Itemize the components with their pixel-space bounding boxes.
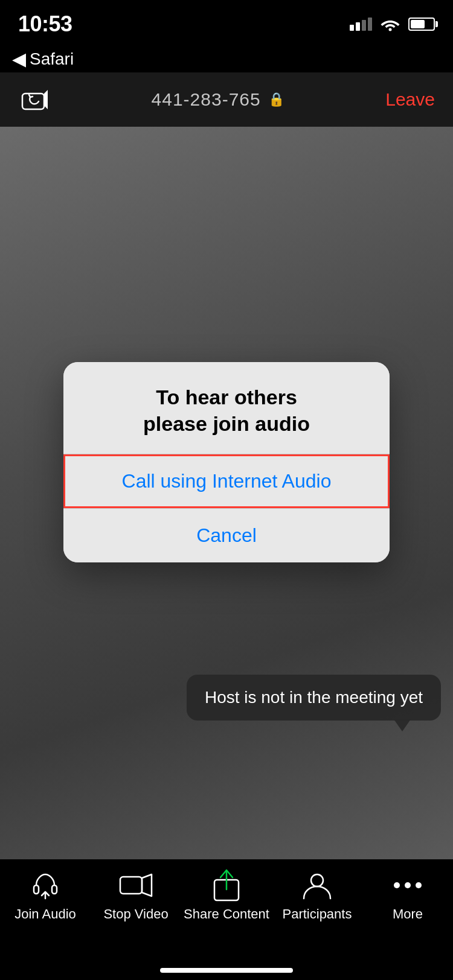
lock-icon: 🔒 bbox=[268, 92, 285, 107]
more-button[interactable]: More bbox=[362, 869, 453, 922]
stop-video-icon bbox=[118, 869, 154, 902]
svg-point-10 bbox=[311, 874, 323, 886]
status-icons bbox=[350, 17, 435, 31]
audio-alert-dialog: To hear others please join audio Call us… bbox=[63, 362, 390, 562]
share-content-button[interactable]: Share Content bbox=[181, 869, 272, 922]
stop-video-label: Stop Video bbox=[103, 906, 168, 922]
cancel-button[interactable]: Cancel bbox=[63, 509, 390, 562]
meeting-id: 441-283-765 🔒 bbox=[152, 89, 285, 110]
svg-point-12 bbox=[405, 882, 411, 888]
participants-label: Participants bbox=[283, 906, 352, 922]
svg-rect-3 bbox=[34, 885, 39, 894]
safari-back-button[interactable]: ◀ Safari bbox=[12, 49, 74, 69]
more-label: More bbox=[393, 906, 423, 922]
participants-button[interactable]: Participants bbox=[272, 869, 362, 922]
host-tooltip: Host is not in the meeting yet bbox=[187, 675, 441, 721]
bottom-toolbar: Join Audio Stop Video Share Content bbox=[0, 859, 453, 980]
wifi-icon bbox=[381, 17, 400, 31]
back-chevron-icon: ◀ bbox=[12, 50, 26, 68]
join-audio-label: Join Audio bbox=[14, 906, 76, 922]
share-content-icon bbox=[208, 869, 245, 902]
status-time: 10:53 bbox=[18, 11, 72, 37]
meeting-id-text: 441-283-765 bbox=[152, 89, 261, 110]
share-content-label: Share Content bbox=[184, 906, 269, 922]
status-bar: 10:53 bbox=[0, 0, 453, 48]
host-tooltip-text: Host is not in the meeting yet bbox=[205, 688, 423, 707]
svg-rect-1 bbox=[22, 94, 44, 109]
signal-icon bbox=[350, 18, 372, 31]
svg-rect-6 bbox=[120, 877, 142, 894]
alert-title-area: To hear others please join audio bbox=[63, 362, 390, 454]
home-indicator bbox=[160, 968, 293, 973]
join-audio-button[interactable]: Join Audio bbox=[0, 869, 91, 922]
svg-point-0 bbox=[389, 28, 392, 31]
participants-icon bbox=[299, 869, 335, 902]
battery-icon bbox=[408, 18, 435, 31]
alert-title: To hear others please join audio bbox=[85, 384, 368, 437]
call-internet-audio-button[interactable]: Call using Internet Audio bbox=[63, 454, 390, 508]
leave-button[interactable]: Leave bbox=[385, 89, 435, 110]
svg-rect-4 bbox=[52, 885, 57, 894]
main-video-area: To hear others please join audio Call us… bbox=[0, 127, 453, 859]
svg-point-11 bbox=[394, 882, 400, 888]
join-audio-icon bbox=[27, 869, 63, 902]
more-icon bbox=[390, 869, 426, 902]
svg-marker-7 bbox=[142, 874, 152, 896]
stop-video-button[interactable]: Stop Video bbox=[91, 869, 181, 922]
camera-flip-button[interactable] bbox=[18, 86, 51, 113]
safari-back-label: Safari bbox=[30, 49, 74, 69]
svg-point-13 bbox=[416, 882, 422, 888]
meeting-header: 441-283-765 🔒 Leave bbox=[0, 72, 453, 127]
